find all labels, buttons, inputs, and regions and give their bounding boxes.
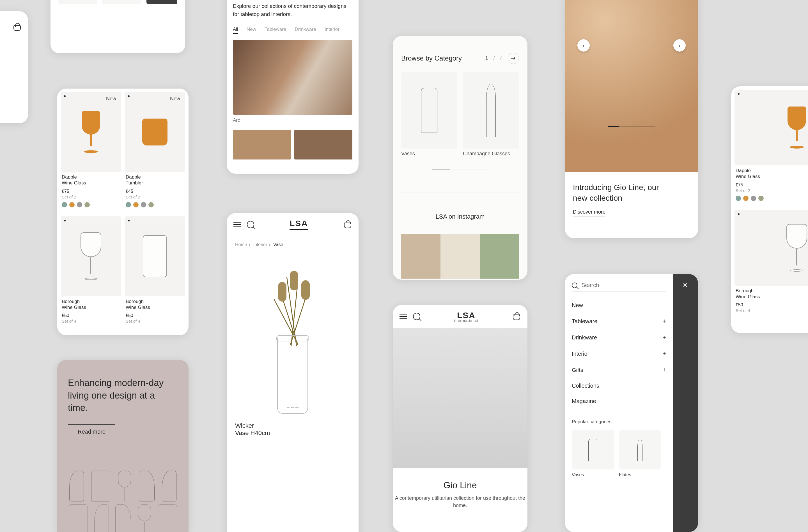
expand-icon[interactable]: +	[662, 334, 666, 341]
swatch[interactable]	[751, 196, 756, 201]
tab-interior[interactable]: Interior	[325, 26, 339, 34]
instagram-thumbnails[interactable]	[401, 234, 519, 279]
champagne-glass-icon	[486, 84, 496, 137]
nav-item-tableware[interactable]: Tableware+	[572, 313, 666, 329]
hero-headline: Introducing Gio Line, our new collection	[573, 182, 674, 204]
product-card[interactable]: New DappleTumbler £45 Set of 2	[125, 92, 185, 213]
cart-icon[interactable]	[512, 312, 521, 321]
swatch[interactable]	[126, 202, 131, 207]
search-input[interactable]	[581, 282, 666, 288]
menu-icon[interactable]	[400, 314, 407, 319]
category-label: Vases	[401, 151, 457, 157]
brand-logo[interactable]: LSA	[290, 218, 308, 230]
gio-hero-image[interactable]	[393, 328, 528, 468]
swatch[interactable]	[758, 196, 764, 201]
tab-new[interactable]: New	[246, 26, 256, 34]
wishlist-dot-icon[interactable]	[738, 93, 739, 95]
pager-total: 4	[500, 55, 503, 61]
close-icon[interactable]: ✕	[680, 280, 690, 290]
product-image	[79, 111, 103, 153]
category-tile-overflow[interactable]	[146, 0, 177, 4]
swatch[interactable]	[85, 202, 90, 207]
product-line2: Wine Glass	[62, 180, 121, 186]
vase-icon	[421, 88, 437, 133]
product-card[interactable]: DappleWine Glass £75 Set of 2	[734, 90, 808, 207]
discover-more-link[interactable]: Discover more	[573, 209, 605, 216]
page-title: Gio Line	[393, 480, 528, 491]
swatch[interactable]	[148, 202, 154, 207]
product-set: Set of 2	[62, 194, 121, 199]
search-icon[interactable]	[247, 221, 254, 228]
nav-item-new[interactable]: New	[572, 298, 666, 313]
next-arrow-button[interactable]: ›	[673, 39, 686, 52]
product-image	[784, 224, 808, 272]
category-tile-vases[interactable]	[401, 72, 457, 149]
next-arrow-button[interactable]	[508, 53, 519, 64]
product-image	[143, 235, 167, 277]
collection-hero-image[interactable]	[233, 40, 352, 115]
carousel-progress	[608, 126, 655, 127]
search-icon[interactable]	[413, 313, 420, 320]
expand-icon[interactable]: +	[662, 366, 666, 374]
tab-drinkware[interactable]: Drinkware	[295, 26, 316, 34]
cart-icon[interactable]	[13, 23, 21, 32]
tab-all[interactable]: All	[233, 26, 238, 34]
drawer-scrim[interactable]	[673, 274, 698, 532]
product-image	[142, 118, 167, 146]
category-tile-champagne[interactable]	[463, 72, 519, 149]
cart-icon[interactable]	[343, 220, 352, 229]
wishlist-dot-icon[interactable]	[128, 95, 130, 97]
swatch[interactable]	[77, 202, 82, 207]
swatch[interactable]	[736, 196, 741, 201]
product-card[interactable]: BoroughWine Glass £50 Set of 4	[734, 210, 808, 313]
browse-heading: Browse by Category	[401, 54, 462, 62]
collection-hero-label: Arc	[233, 117, 352, 123]
nav-item-gifts[interactable]: Gifts+	[572, 362, 666, 378]
crumb-interior[interactable]: Interior	[253, 242, 267, 247]
product-card[interactable]: New DappleWine Glass £75 Set of 2	[60, 92, 121, 213]
popular-categories-heading: Popular categories	[572, 419, 666, 425]
swatch[interactable]	[133, 202, 139, 207]
pager-slash: /	[493, 55, 495, 61]
nav-item-collections[interactable]: Collections	[572, 378, 666, 394]
menu-icon[interactable]	[234, 222, 241, 227]
product-price: £75	[62, 189, 121, 194]
product-card[interactable]: BoroughWine Glass £50 Set of 4	[125, 216, 185, 324]
brand-subline: International	[454, 319, 479, 322]
wishlist-dot-icon[interactable]	[64, 95, 66, 97]
nav-item-magazine[interactable]: Magazine	[572, 394, 666, 409]
wishlist-dot-icon[interactable]	[738, 213, 739, 215]
carousel-progress	[432, 170, 488, 170]
popcat-label: Vases	[572, 472, 614, 477]
nav-item-interior[interactable]: Interior+	[572, 346, 666, 362]
image-pagination[interactable]: ━ ─ ─	[232, 404, 353, 410]
editorial-illustration	[57, 465, 188, 532]
popcat-tile[interactable]	[572, 430, 614, 470]
collection-thumb-strip[interactable]	[233, 130, 352, 159]
pager-current: 1	[485, 55, 489, 61]
read-more-button[interactable]: Read more	[68, 424, 115, 439]
vase-icon	[588, 439, 597, 461]
category-tile-flutes[interactable]	[103, 0, 141, 4]
pdp-image[interactable]: ━ ─ ─	[232, 251, 353, 414]
expand-icon[interactable]: +	[662, 318, 666, 325]
page-subtitle: A contemporary utilitarian collection fo…	[393, 494, 528, 509]
tab-tableware[interactable]: Tableware	[264, 26, 287, 34]
wishlist-dot-icon[interactable]	[64, 220, 66, 222]
hero-image[interactable]	[565, 0, 698, 172]
swatch[interactable]	[69, 202, 75, 207]
nav-item-drinkware[interactable]: Drinkware+	[572, 329, 666, 346]
product-image	[785, 107, 808, 149]
swatch[interactable]	[141, 202, 146, 207]
wishlist-dot-icon[interactable]	[128, 220, 130, 222]
swatch[interactable]	[62, 202, 67, 207]
swatch[interactable]	[743, 196, 749, 201]
expand-icon[interactable]: +	[662, 350, 666, 357]
arrow-right-icon	[511, 56, 516, 60]
product-card[interactable]: BoroughWine Glass £50 Set of 4	[60, 216, 121, 324]
crumb-home[interactable]: Home	[235, 242, 247, 247]
popcat-label: Flutes	[619, 472, 661, 477]
prev-arrow-button[interactable]: ‹	[577, 39, 590, 52]
category-tile-vases[interactable]	[58, 0, 97, 4]
popcat-tile[interactable]	[619, 430, 661, 470]
